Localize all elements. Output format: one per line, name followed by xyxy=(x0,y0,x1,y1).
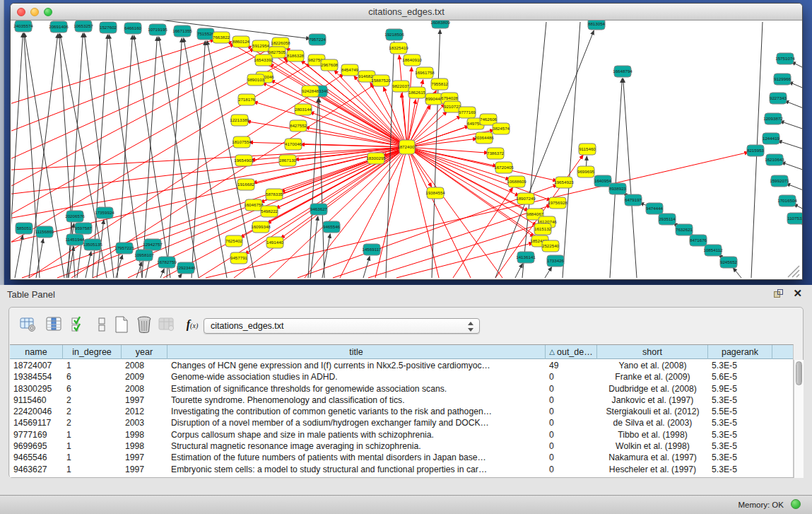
graph-node[interactable]: 16210643 xyxy=(765,154,784,165)
graph-node[interactable]: 9890103 xyxy=(247,74,265,86)
table-cell-in_degree[interactable]: 2 xyxy=(63,395,122,406)
graph-node[interactable]: 19654923 xyxy=(554,177,574,188)
graph-node[interactable]: 12923446 xyxy=(176,262,196,274)
table-cell-title[interactable]: Estimation of the future numbers of pati… xyxy=(167,452,546,463)
table-cell-out_de[interactable]: 0 xyxy=(546,371,597,382)
graph-node[interactable]: 16099348 xyxy=(251,221,271,233)
table-cell-pagerank[interactable]: 5.6E-5 xyxy=(708,371,772,382)
graph-node[interactable]: 5878335 xyxy=(266,189,283,200)
graph-node[interactable]: 7515526 xyxy=(197,28,215,40)
graph-node[interactable]: 14569117 xyxy=(362,244,382,255)
table-row[interactable]: 1938455462009Genome-wide association stu… xyxy=(10,371,793,382)
graph-node[interactable]: 7663822 xyxy=(213,32,230,43)
table-row[interactable]: 1872400712008Changes of HCN gene express… xyxy=(10,360,793,371)
column-header-short[interactable]: short xyxy=(597,345,708,359)
graph-node[interactable]: 8990448 xyxy=(425,93,443,105)
panel-mode-icon[interactable] xyxy=(93,315,111,334)
table-cell-year[interactable]: 1998 xyxy=(122,429,167,440)
graph-node[interactable]: 2522540 xyxy=(542,240,560,252)
graph-node[interactable]: 1916682 xyxy=(237,179,255,190)
table-cell-in_degree[interactable]: 1 xyxy=(63,429,122,440)
table-cell-out_de[interactable]: 0 xyxy=(546,395,597,406)
table-cell-title[interactable]: Estimation of significance thresholds fo… xyxy=(167,383,546,395)
graph-node[interactable]: 9457791 xyxy=(230,252,248,264)
new-column-icon[interactable] xyxy=(112,315,131,334)
graph-node[interactable]: 10653257 xyxy=(73,21,93,32)
table-cell-title[interactable]: Changes of HCN gene expression and I(f) … xyxy=(167,360,546,371)
graph-node[interactable]: 7632621 xyxy=(676,224,693,235)
table-cell-short[interactable]: Stergiakouli et al. (2012) xyxy=(597,406,708,417)
graph-node[interactable]: 10958107 xyxy=(134,250,154,261)
graph-node[interactable]: 2967608 xyxy=(321,59,339,71)
table-cell-out_de[interactable]: 49 xyxy=(546,360,597,371)
graph-node[interactable]: 12213389 xyxy=(230,115,249,126)
graph-node[interactable]: 18640910 xyxy=(402,54,422,66)
graph-node[interactable]: 15992071 xyxy=(770,175,789,187)
table-cell-pagerank[interactable]: 5.5E-5 xyxy=(708,406,772,417)
graph-node[interactable]: 7625402 xyxy=(225,235,243,247)
graph-node[interactable]: 18107554 xyxy=(232,136,252,148)
table-cell-out_de[interactable]: 0 xyxy=(546,429,597,440)
table-cell-year[interactable]: 2012 xyxy=(122,406,167,417)
table-cell-in_degree[interactable]: 1 xyxy=(63,360,122,371)
graph-node[interactable]: 1491440 xyxy=(266,237,284,248)
table-cell-short[interactable]: Dudbridge et al. (2008) xyxy=(597,383,708,395)
table-cell-pagerank[interactable]: 5.3E-5 xyxy=(708,360,772,371)
table-cell-out_de[interactable]: 0 xyxy=(546,464,597,475)
window-titlebar[interactable]: citations_edges.txt xyxy=(11,4,802,21)
graph-node[interactable]: 9699695 xyxy=(577,166,595,177)
graph-node[interactable]: 10854112 xyxy=(703,245,723,256)
table-cell-out_de[interactable]: 0 xyxy=(546,440,597,452)
resize-grip-icon[interactable] xyxy=(785,264,801,278)
table-cell-name[interactable]: 9465546 xyxy=(10,452,63,463)
table-row[interactable]: 977716911998Corpus callosum shape and si… xyxy=(10,429,793,440)
table-cell-out_de[interactable]: 0 xyxy=(546,406,597,417)
table-cell-in_degree[interactable]: 6 xyxy=(63,383,122,395)
table-row[interactable]: 911546021997Tourette syndrome. Phenomeno… xyxy=(10,395,793,406)
graph-node[interactable]: 1733426 xyxy=(547,255,565,267)
graph-node[interactable]: 9822037 xyxy=(392,81,410,92)
table-cell-year[interactable]: 1997 xyxy=(122,395,167,406)
graph-node[interactable]: 13505135 xyxy=(83,239,102,250)
table-cell-year[interactable]: 2003 xyxy=(122,417,167,428)
graph-node[interactable]: 19384554 xyxy=(425,187,445,199)
graph-node[interactable]: 9115460 xyxy=(579,144,596,155)
table-cell-short[interactable]: Tibbo et al. (1998) xyxy=(597,429,708,440)
table-cell-title[interactable]: Investigating the contribution of common… xyxy=(167,406,546,417)
graph-node[interactable]: 11451944 xyxy=(65,234,85,245)
graph-node[interactable]: 9597587 xyxy=(75,223,93,234)
table-cell-pagerank[interactable]: 5.3E-5 xyxy=(708,395,772,406)
table-cell-year[interactable]: 1998 xyxy=(122,440,167,452)
graph-node[interactable]: 8938923 xyxy=(609,183,627,194)
graph-node[interactable]: 17359924 xyxy=(95,207,114,218)
graph-node[interactable]: 1615132 xyxy=(534,223,552,235)
table-cell-name[interactable]: 9115460 xyxy=(10,395,63,406)
table-header-row[interactable]: namein_degreeyeartitle△out_de…shortpager… xyxy=(10,345,793,359)
graph-node[interactable]: 7386372 xyxy=(487,148,505,159)
table-cell-name[interactable]: 18724007 xyxy=(10,360,63,371)
graph-node[interactable]: 7955812 xyxy=(431,78,449,90)
column-header-name[interactable]: name xyxy=(10,345,63,359)
graph-node[interactable]: 1862615 xyxy=(408,87,426,98)
graph-node[interactable]: 1244419 xyxy=(763,133,780,144)
graph-node[interactable]: 2935114 xyxy=(659,214,676,225)
table-row[interactable]: 2242004622012Investigating the contribut… xyxy=(10,406,793,417)
graph-node[interactable]: 19756928 xyxy=(548,197,567,209)
graph-node[interactable]: 5912954 xyxy=(252,40,270,52)
network-view-window[interactable]: citations_edges.txt 24035574206914061065… xyxy=(10,3,803,280)
row-select-icon[interactable] xyxy=(70,315,88,334)
table-row[interactable]: 969969511998Structural magnetic resonanc… xyxy=(10,440,793,452)
graph-node[interactable]: 18300295 xyxy=(366,153,386,164)
graph-node[interactable]: 9129966 xyxy=(774,74,792,85)
graph-node[interactable]: 18325419 xyxy=(389,42,408,54)
graph-node[interactable]: 9242848 xyxy=(302,86,319,97)
graph-node[interactable]: 6466160 xyxy=(124,23,142,34)
table-cell-pagerank[interactable]: 5.3E-5 xyxy=(708,464,772,475)
graph-node[interactable]: 18907249 xyxy=(516,193,536,204)
graph-node[interactable]: 7957224 xyxy=(309,34,326,45)
graph-node[interactable]: 17957223 xyxy=(114,243,134,254)
table-cell-short[interactable]: de Silva et al. (2003) xyxy=(597,417,708,428)
table-cell-year[interactable]: 1997 xyxy=(122,464,167,475)
graph-node[interactable]: 2803144 xyxy=(295,104,312,115)
graph-node[interactable]: 5498222 xyxy=(261,206,278,217)
